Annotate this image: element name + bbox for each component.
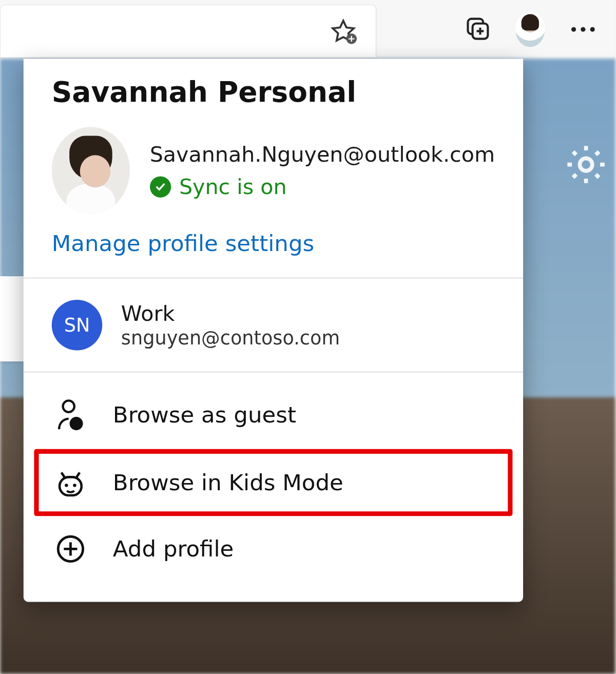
svg-point-9 [73,484,76,487]
favorite-star-icon[interactable] [329,16,358,46]
profile-initials-badge: SN [52,300,102,350]
profile-email: Savannah.Nguyen@outlook.com [150,142,495,166]
sync-status-text: Sync is on [179,175,287,199]
action-label: Browse in Kids Mode [113,470,343,495]
more-menu-button[interactable] [568,14,598,44]
guest-person-icon: ? [54,398,87,431]
browse-as-guest-item[interactable]: ? Browse as guest [24,384,523,446]
action-label: Browse as guest [113,402,296,428]
avatar-icon [515,11,545,47]
manage-profile-settings-link[interactable]: Manage profile settings [24,214,523,278]
profile-title: Savannah Personal [24,75,523,114]
checkmark-circle-icon [150,176,171,197]
current-profile-row: Savannah.Nguyen@outlook.com Sync is on [24,114,523,214]
kids-face-icon [54,466,87,499]
other-profile-name: Work [121,301,340,325]
svg-text:?: ? [73,419,79,430]
profile-avatar-button[interactable] [515,14,545,44]
other-profile-email: snguyen@contoso.com [121,326,340,349]
browse-kids-mode-item[interactable]: Browse in Kids Mode [34,449,512,516]
profile-flyout: Savannah Personal Savannah.Nguyen@outloo… [24,59,523,602]
plus-circle-icon [54,534,87,565]
action-label: Add profile [113,536,234,562]
svg-point-0 [580,158,592,170]
svg-point-4 [63,400,74,412]
address-bar[interactable] [0,5,376,57]
profile-avatar-large [52,127,130,214]
collections-icon[interactable] [463,14,492,44]
browser-toolbar [0,0,615,59]
other-profile-work[interactable]: SN Work snguyen@contoso.com [24,279,523,372]
sync-status[interactable]: Sync is on [150,175,495,199]
more-horizontal-icon [571,27,595,31]
settings-gear-icon[interactable] [563,141,610,190]
svg-point-8 [65,484,68,487]
add-profile-item[interactable]: Add profile [24,519,523,578]
